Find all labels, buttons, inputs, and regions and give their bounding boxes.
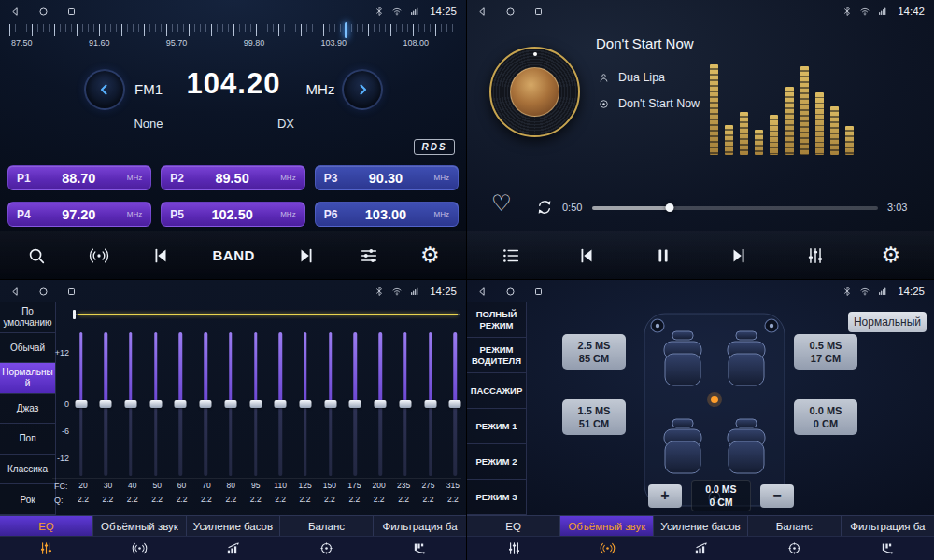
scan-stations-button[interactable]	[89, 245, 109, 266]
progress-knob[interactable]	[665, 203, 673, 212]
settings-button[interactable]: ⚙	[882, 245, 901, 266]
eq-band-slider[interactable]	[124, 332, 136, 476]
tab-filter-button[interactable]	[841, 537, 934, 560]
previous-station-button[interactable]	[150, 245, 171, 266]
surround-mode-item[interactable]: РЕЖИМ 1	[467, 409, 526, 444]
next-station-button[interactable]	[296, 245, 317, 266]
tab-surround-sound[interactable]: Объёмный звук	[560, 516, 654, 536]
nav-home-icon[interactable]	[504, 6, 517, 18]
nav-home-icon[interactable]	[37, 286, 50, 298]
preset-button[interactable]: P497.20MHz	[7, 202, 151, 227]
eq-band-knob[interactable]	[100, 400, 112, 408]
eq-band-slider[interactable]	[324, 332, 336, 476]
eq-band-knob[interactable]	[200, 400, 212, 408]
delay-decrease-button[interactable]: −	[760, 484, 794, 508]
tab-balance-button[interactable]	[279, 537, 373, 560]
eq-preset-item[interactable]: Рок	[0, 484, 55, 515]
tab-filter[interactable]: Фильтрация ба	[374, 516, 466, 536]
settings-button[interactable]: ⚙	[420, 245, 440, 266]
eq-band-knob[interactable]	[324, 400, 336, 408]
surround-mode-item[interactable]: ПОЛНЫЙ РЕЖИМ	[467, 302, 526, 338]
nav-recents-icon[interactable]	[532, 6, 545, 18]
tab-surround-button[interactable]	[93, 537, 187, 560]
tab-bass-button[interactable]	[654, 537, 747, 560]
tune-up-button[interactable]	[342, 69, 383, 110]
eq-band-slider[interactable]	[299, 332, 311, 476]
eq-band-knob[interactable]	[224, 400, 236, 408]
delay-rear-right-button[interactable]: 0.0 MS 0 CM	[794, 399, 857, 435]
pause-button[interactable]	[653, 245, 673, 266]
preset-button[interactable]: P188.70MHz	[7, 165, 151, 190]
nav-home-icon[interactable]	[37, 6, 50, 18]
eq-master-slider[interactable]	[73, 309, 460, 320]
eq-band-knob[interactable]	[149, 400, 162, 408]
favorite-button[interactable]: ♡	[491, 192, 512, 215]
eq-band-knob[interactable]	[424, 400, 436, 408]
eq-band-knob[interactable]	[75, 400, 87, 408]
tune-down-button[interactable]	[84, 69, 125, 110]
audio-mixer-button[interactable]	[359, 245, 379, 266]
next-track-button[interactable]	[729, 245, 749, 266]
eq-band-knob[interactable]	[249, 400, 262, 408]
eq-master-handle[interactable]	[73, 310, 76, 319]
eq-band-slider[interactable]	[424, 332, 436, 476]
audio-mixer-button[interactable]	[805, 245, 826, 266]
tab-eq[interactable]: EQ	[467, 516, 560, 536]
nav-recents-icon[interactable]	[532, 286, 545, 298]
eq-band-slider[interactable]	[149, 332, 162, 476]
eq-band-knob[interactable]	[399, 400, 411, 408]
delay-front-left-button[interactable]: 2.5 MS 85 CM	[562, 334, 626, 370]
tab-surround-button[interactable]	[560, 537, 654, 560]
eq-band-knob[interactable]	[349, 400, 361, 408]
nav-back-icon[interactable]	[476, 6, 488, 18]
tab-eq-button[interactable]	[0, 537, 93, 560]
eq-band-slider[interactable]	[375, 332, 387, 476]
nav-recents-icon[interactable]	[65, 6, 78, 18]
search-button[interactable]	[26, 245, 47, 266]
surround-mode-item[interactable]: ПАССАЖИР	[467, 373, 526, 409]
eq-preset-item[interactable]: По умолчанию	[0, 302, 55, 333]
preset-button[interactable]: P390.30MHz	[315, 165, 459, 190]
eq-preset-item[interactable]: Нормальный	[0, 363, 55, 394]
eq-band-knob[interactable]	[275, 400, 287, 408]
tab-filter[interactable]: Фильтрация ба	[842, 516, 934, 536]
eq-band-slider[interactable]	[75, 332, 87, 476]
tab-bass-button[interactable]	[187, 537, 280, 560]
tab-filter-button[interactable]	[373, 537, 466, 560]
nav-back-icon[interactable]	[476, 286, 488, 298]
playlist-button[interactable]	[501, 245, 521, 266]
tab-balance[interactable]: Баланс	[748, 516, 842, 536]
nav-recents-icon[interactable]	[65, 286, 78, 298]
surround-mode-item[interactable]: РЕЖИМ ВОДИТЕЛЯ	[467, 338, 526, 373]
tab-bass-boost[interactable]: Усиление басов	[654, 516, 747, 536]
previous-track-button[interactable]	[576, 245, 597, 266]
delay-rear-left-button[interactable]: 1.5 MS 51 CM	[562, 399, 626, 435]
eq-band-slider[interactable]	[399, 332, 411, 476]
eq-band-slider[interactable]	[249, 332, 262, 476]
eq-band-knob[interactable]	[375, 400, 387, 408]
eq-band-knob[interactable]	[449, 400, 461, 408]
tab-eq[interactable]: EQ	[0, 516, 93, 536]
preset-button[interactable]: P6103.00MHz	[315, 202, 459, 227]
eq-preset-item[interactable]: Обычай	[0, 333, 55, 364]
band-button[interactable]: BAND	[212, 247, 254, 263]
eq-preset-item[interactable]: Классика	[0, 455, 55, 485]
eq-band-slider[interactable]	[175, 332, 187, 476]
tab-balance-button[interactable]	[747, 537, 841, 560]
nav-home-icon[interactable]	[504, 286, 517, 298]
eq-band-slider[interactable]	[275, 332, 287, 476]
tab-bass-boost[interactable]: Усиление басов	[187, 516, 280, 536]
delay-increase-button[interactable]: +	[648, 484, 682, 508]
tab-balance[interactable]: Баланс	[280, 516, 374, 536]
eq-band-slider[interactable]	[449, 332, 461, 476]
eq-band-slider[interactable]	[349, 332, 361, 476]
eq-band-slider[interactable]	[100, 332, 112, 476]
preset-button[interactable]: P5102.50MHz	[161, 202, 304, 227]
eq-band-knob[interactable]	[175, 400, 187, 408]
eq-band-knob[interactable]	[124, 400, 136, 408]
eq-band-slider[interactable]	[200, 332, 212, 476]
progress-bar[interactable]	[592, 206, 878, 210]
tab-surround-sound[interactable]: Объёмный звук	[93, 516, 187, 536]
eq-band-slider[interactable]	[224, 332, 236, 476]
delay-front-right-button[interactable]: 0.5 MS 17 CM	[794, 334, 857, 370]
